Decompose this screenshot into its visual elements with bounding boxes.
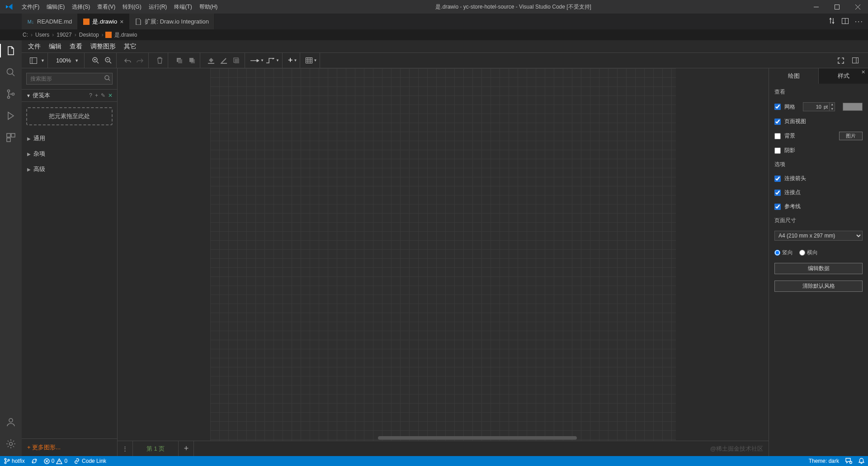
portrait-radio[interactable] <box>774 250 780 256</box>
source-control-icon[interactable] <box>5 88 17 100</box>
edit-icon[interactable]: ✎ <box>101 92 105 99</box>
split-editor-icon[interactable] <box>842 18 849 25</box>
pageview-checkbox[interactable] <box>774 119 781 125</box>
dmenu-extras[interactable]: 其它 <box>124 43 137 51</box>
tab-readme[interactable]: M↓ README.md <box>22 14 78 29</box>
zoom-out-icon[interactable] <box>103 55 113 66</box>
menu-select[interactable]: 选择(S) <box>68 0 94 14</box>
delete-icon[interactable] <box>154 55 165 66</box>
shadow-checkbox[interactable] <box>774 147 781 154</box>
dmenu-edit[interactable]: 编辑 <box>49 43 61 51</box>
grid-size-input[interactable]: pt ▲▼ <box>803 102 835 111</box>
page-menu-icon[interactable]: ⋮ <box>118 441 133 456</box>
zoom-level[interactable]: 100%▼ <box>53 57 81 64</box>
close-icon[interactable]: ✕ <box>861 69 865 75</box>
drawing-canvas[interactable] <box>210 68 676 441</box>
theme-indicator[interactable]: Theme: dark <box>809 458 839 464</box>
grid-checkbox[interactable] <box>774 104 781 110</box>
crumb-users[interactable]: Users <box>34 32 50 38</box>
fullscreen-icon[interactable] <box>835 55 846 66</box>
bell-icon[interactable] <box>859 458 864 464</box>
search-icon[interactable] <box>5 67 17 78</box>
menu-terminal[interactable]: 终端(T) <box>170 0 195 14</box>
menu-run[interactable]: 运行(R) <box>145 0 171 14</box>
account-icon[interactable] <box>5 416 17 428</box>
compare-changes-icon[interactable] <box>828 17 835 26</box>
spin-up-icon[interactable]: ▲ <box>830 102 835 107</box>
crumb-c[interactable]: C: <box>22 32 29 38</box>
canvas-area[interactable] <box>118 68 769 441</box>
palette-misc[interactable]: ▶杂项 <box>22 146 117 162</box>
add-page-button[interactable]: + <box>179 441 194 456</box>
tab-extension[interactable]: 扩展: Draw.io Integration <box>129 14 215 29</box>
shape-search-input[interactable] <box>27 76 102 82</box>
dmenu-arrange[interactable]: 调整图形 <box>90 43 116 51</box>
crumb-file[interactable]: 是.drawio <box>113 31 138 39</box>
menu-help[interactable]: 帮助(H) <box>196 0 222 14</box>
close-button[interactable] <box>847 0 868 14</box>
sync-icon[interactable] <box>31 458 38 464</box>
help-icon[interactable]: ? <box>89 92 92 99</box>
extensions-icon[interactable] <box>5 132 17 143</box>
landscape-radio[interactable] <box>799 250 805 256</box>
gear-icon[interactable] <box>5 438 17 450</box>
format-tab-style[interactable]: 样式✕ <box>818 68 868 84</box>
image-button[interactable]: 图片 <box>839 132 863 140</box>
search-icon[interactable] <box>102 75 113 82</box>
scratchpad-drop-area[interactable]: 把元素拖至此处 <box>26 107 113 125</box>
maximize-button[interactable] <box>826 0 847 14</box>
explorer-icon[interactable] <box>5 45 17 57</box>
conn-arrow-checkbox[interactable] <box>774 176 781 182</box>
horizontal-scrollbar[interactable] <box>378 436 577 440</box>
to-front-icon[interactable] <box>174 55 184 66</box>
shadow-icon[interactable] <box>231 55 242 66</box>
undo-icon[interactable] <box>122 55 133 66</box>
code-link[interactable]: Code Link <box>74 458 106 464</box>
view-mode-icon[interactable] <box>28 55 39 66</box>
scratchpad-header[interactable]: ▼ 便笺本 ? + ✎ ✕ <box>22 89 117 102</box>
grid-size-field[interactable] <box>803 104 822 109</box>
dmenu-view[interactable]: 查看 <box>70 43 82 51</box>
guide-checkbox[interactable] <box>774 204 781 210</box>
minimize-button[interactable] <box>806 0 826 14</box>
insert-icon[interactable]: +▼ <box>288 55 297 66</box>
fill-color-icon[interactable] <box>206 55 217 66</box>
line-color-icon[interactable] <box>218 55 229 66</box>
waypoint-icon[interactable]: ▼ <box>266 55 279 66</box>
feedback-icon[interactable] <box>845 458 852 464</box>
run-debug-icon[interactable] <box>5 110 17 122</box>
more-shapes-link[interactable]: + 更多图形... <box>22 438 117 456</box>
to-back-icon[interactable] <box>186 55 197 66</box>
dmenu-file[interactable]: 文件 <box>28 43 41 51</box>
zoom-in-icon[interactable] <box>90 55 101 66</box>
page-tab-1[interactable]: 第 1 页 <box>133 441 179 456</box>
more-actions-icon[interactable]: ··· <box>855 18 863 26</box>
git-branch[interactable]: hotfix <box>4 458 25 464</box>
clear-style-button[interactable]: 清除默认风格 <box>774 281 863 292</box>
menu-file[interactable]: 文件(F) <box>18 0 43 14</box>
close-icon[interactable]: ✕ <box>108 92 113 99</box>
close-icon[interactable]: × <box>120 18 123 25</box>
menu-edit[interactable]: 编辑(E) <box>43 0 68 14</box>
connection-icon[interactable]: ▼ <box>250 55 264 66</box>
crumb-19027[interactable]: 19027 <box>56 32 72 38</box>
palette-advanced[interactable]: ▶高级 <box>22 162 117 177</box>
chevron-down-icon[interactable]: ▼ <box>41 58 45 63</box>
background-checkbox[interactable] <box>774 133 781 139</box>
spin-down-icon[interactable]: ▼ <box>830 107 835 111</box>
edit-data-button[interactable]: 编辑数据 <box>774 263 863 274</box>
problems[interactable]: 0 0 <box>44 458 67 464</box>
format-tab-draw[interactable]: 绘图 <box>769 68 818 84</box>
format-panel-toggle-icon[interactable] <box>850 55 861 66</box>
redo-icon[interactable] <box>135 55 146 66</box>
table-icon[interactable]: ▼ <box>306 55 317 66</box>
add-icon[interactable]: + <box>95 92 98 99</box>
conn-point-checkbox[interactable] <box>774 190 781 196</box>
tab-drawio[interactable]: 是.drawio × <box>78 14 129 29</box>
menu-view[interactable]: 查看(V) <box>94 0 119 14</box>
crumb-desktop[interactable]: Desktop <box>78 32 100 38</box>
paper-size-select[interactable]: A4 (210 mm x 297 mm) <box>774 231 863 241</box>
palette-general[interactable]: ▶通用 <box>22 131 117 146</box>
menu-goto[interactable]: 转到(G) <box>119 0 145 14</box>
grid-color-swatch[interactable] <box>843 103 863 111</box>
